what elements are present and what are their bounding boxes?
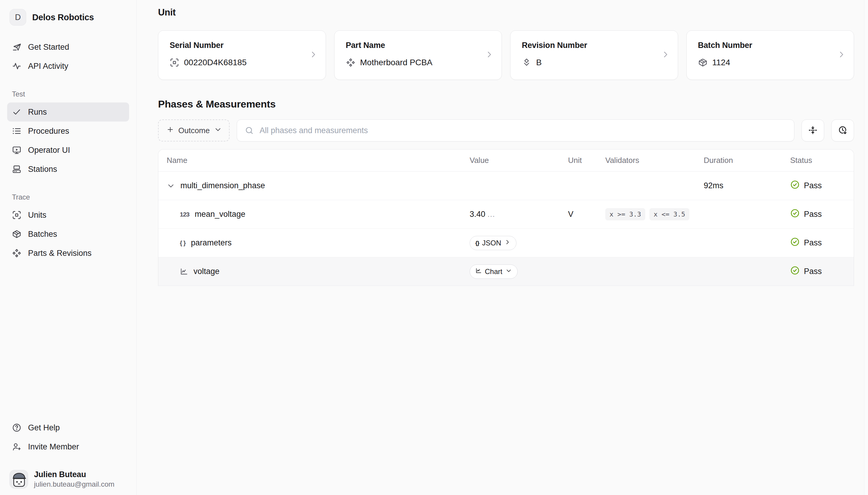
sidebar-item-api-activity[interactable]: API Activity xyxy=(7,56,129,76)
sidebar-item-invite-member[interactable]: Invite Member xyxy=(7,437,129,456)
nav-section-label: Trace xyxy=(7,193,129,201)
numeric-type-icon: 123 xyxy=(180,211,189,218)
unit-card-label: Batch Number xyxy=(698,41,843,50)
sidebar-item-label: Stations xyxy=(28,165,57,174)
column-header-unit: Unit xyxy=(568,156,605,165)
user-name: Julien Buteau xyxy=(34,470,109,479)
sidebar-item-batches[interactable]: Batches xyxy=(7,225,129,244)
sidebar: D Delos Robotics Get StartedAPI Activity… xyxy=(0,0,136,495)
history-download-button[interactable] xyxy=(831,119,854,141)
table-row-multi_dimension_phase[interactable]: multi_dimension_phase92msPass xyxy=(158,172,854,200)
sidebar-item-parts-revisions[interactable]: Parts & Revisions xyxy=(7,244,129,263)
column-header-status: Status xyxy=(790,156,845,165)
search-input[interactable] xyxy=(259,126,787,136)
unit-card-value-row: 1124 xyxy=(698,58,843,67)
sidebar-item-stations[interactable]: Stations xyxy=(7,160,129,179)
parts-icon xyxy=(346,58,356,67)
main-content: Unit Serial Number00220D4K68185Part Name… xyxy=(136,0,868,495)
check-icon xyxy=(12,107,21,117)
sidebar-item-units[interactable]: Units xyxy=(7,205,129,225)
sidebar-item-get-started[interactable]: Get Started xyxy=(7,37,129,56)
sidebar-item-label: API Activity xyxy=(28,62,68,71)
box-icon xyxy=(12,229,21,239)
chevron-down-icon xyxy=(505,268,512,276)
value-cell: {}JSON xyxy=(470,236,568,250)
unit-cards-row: Serial Number00220D4K68185Part NameMothe… xyxy=(158,30,854,80)
check-circle-icon xyxy=(790,266,800,277)
collapse-vertical-icon xyxy=(808,125,818,136)
user-email: julien.buteau@gmail.com xyxy=(34,480,109,489)
unit-card-batch-number[interactable]: Batch Number1124 xyxy=(686,30,854,80)
user-menu-button[interactable] xyxy=(115,473,127,485)
unit-card-value-row: Motherboard PCBA xyxy=(346,58,491,67)
sidebar-item-runs[interactable]: Runs xyxy=(7,102,129,121)
outcome-filter-button[interactable]: Outcome xyxy=(158,119,230,141)
chart-value-pill[interactable]: Chart xyxy=(470,264,518,279)
name-cell: 123mean_voltage xyxy=(167,210,470,219)
sidebar-footer: Get HelpInvite Member Julien Buteau juli… xyxy=(7,418,129,489)
unit-card-label: Part Name xyxy=(346,41,491,50)
scan-icon xyxy=(12,210,21,220)
name-cell: voltage xyxy=(167,267,470,276)
send-icon xyxy=(12,42,21,52)
user-row[interactable]: Julien Buteau julien.buteau@gmail.com xyxy=(7,470,129,489)
page-title: Unit xyxy=(158,7,854,18)
sidebar-item-procedures[interactable]: Procedures xyxy=(7,121,129,140)
sidebar-nav-sections: TestRunsProceduresOperator UIStationsTra… xyxy=(7,76,129,263)
scrollbar-gutter[interactable] xyxy=(864,0,868,495)
status-cell: Pass xyxy=(790,208,845,220)
nav-section-label: Test xyxy=(7,90,129,98)
name-cell: { }parameters xyxy=(167,238,470,248)
phases-toolbar: Outcome xyxy=(158,119,854,141)
list-icon xyxy=(12,126,21,136)
history-download-icon xyxy=(838,125,848,136)
pill-label: Chart xyxy=(485,268,503,276)
validator-badge: x <= 3.5 xyxy=(650,208,689,220)
unit-card-label: Revision Number xyxy=(522,41,667,50)
unit-card-value: 00220D4K68185 xyxy=(184,58,247,67)
status-cell: Pass xyxy=(790,266,845,277)
table-row-voltage[interactable]: voltageChartPass xyxy=(158,257,854,286)
sidebar-item-label: Runs xyxy=(28,107,47,117)
unit-card-value-row: 00220D4K68185 xyxy=(170,58,314,67)
row-name: parameters xyxy=(191,238,232,248)
unit-card-revision-number[interactable]: Revision NumberB xyxy=(510,30,678,80)
unit-cell: V xyxy=(568,210,605,219)
collapse-all-button[interactable] xyxy=(802,119,824,141)
column-header-validators: Validators xyxy=(605,156,704,165)
pill-label: JSON xyxy=(482,239,501,247)
row-name: multi_dimension_phase xyxy=(180,181,265,190)
status-cell: Pass xyxy=(790,237,845,249)
unit-card-value-row: B xyxy=(522,58,667,67)
workspace-switcher[interactable]: D Delos Robotics xyxy=(7,9,129,25)
stations-icon xyxy=(12,165,21,174)
unit-card-value: Motherboard PCBA xyxy=(360,58,433,67)
json-type-icon: { } xyxy=(180,239,185,246)
sidebar-item-label: Procedures xyxy=(28,126,69,136)
table-row-mean_voltage[interactable]: 123mean_voltage3.40…Vx >= 3.3x <= 3.5Pas… xyxy=(158,200,854,229)
unit-card-serial-number[interactable]: Serial Number00220D4K68185 xyxy=(158,30,326,80)
json-value-pill[interactable]: {}JSON xyxy=(470,236,517,250)
value-cell: Chart xyxy=(470,264,568,279)
sidebar-item-label: Operator UI xyxy=(28,146,70,155)
sidebar-item-get-help[interactable]: Get Help xyxy=(7,418,129,437)
sidebar-item-operator-ui[interactable]: Operator UI xyxy=(7,140,129,160)
chevron-right-icon xyxy=(837,50,846,60)
sidebar-item-label: Get Started xyxy=(28,42,69,52)
validator-badge: x >= 3.3 xyxy=(605,208,645,220)
sidebar-item-label: Units xyxy=(28,210,47,220)
table-row-parameters[interactable]: { }parameters{}JSONPass xyxy=(158,229,854,257)
chevron-right-icon xyxy=(504,239,511,247)
column-header-name: Name xyxy=(167,156,470,165)
monitor-play-icon xyxy=(12,146,21,155)
name-cell: multi_dimension_phase xyxy=(167,181,470,190)
duration-cell: 92ms xyxy=(704,181,790,190)
chart-icon xyxy=(475,268,482,276)
unit-card-part-name[interactable]: Part NameMotherboard PCBA xyxy=(334,30,502,80)
chart-icon xyxy=(180,268,188,276)
row-name: voltage xyxy=(194,267,219,276)
status-badge: Pass xyxy=(804,181,822,190)
outcome-filter-label: Outcome xyxy=(178,126,210,135)
unit-card-value: 1124 xyxy=(713,58,730,67)
unit-card-label: Serial Number xyxy=(170,41,314,50)
